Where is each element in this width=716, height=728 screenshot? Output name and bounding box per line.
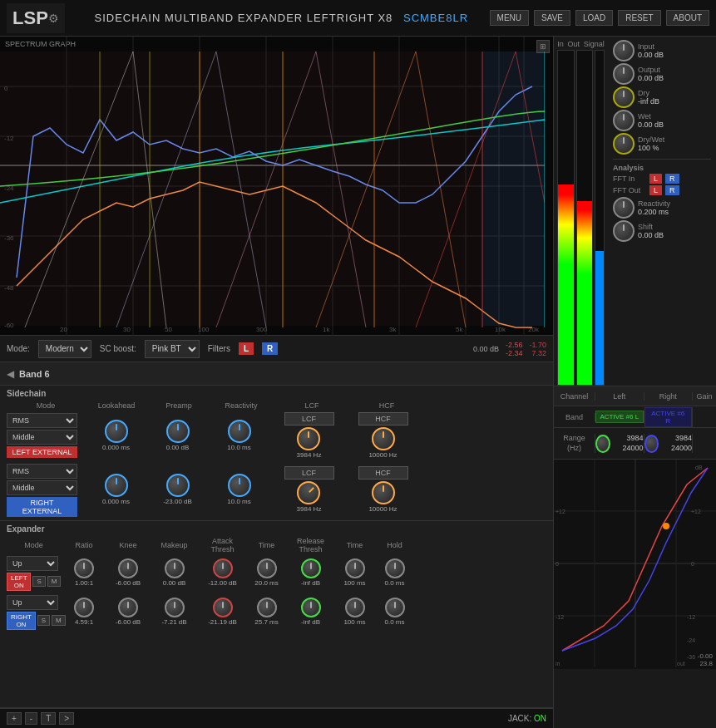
sc-row1-mode1-select[interactable]: RMS bbox=[7, 413, 77, 428]
sc-row2-lcf-button[interactable]: LCF bbox=[284, 466, 334, 480]
sc-row1-hcf-button[interactable]: HCF bbox=[358, 412, 408, 425]
level-readout-1: -2.56 -2.34 bbox=[506, 341, 523, 357]
header-buttons: MENU SAVE LOAD RESET ABOUT bbox=[490, 10, 709, 26]
input-knob[interactable] bbox=[613, 40, 635, 61]
output-knob[interactable] bbox=[613, 63, 635, 85]
sc-row1-preamp-knob[interactable] bbox=[166, 420, 190, 443]
add-band-button[interactable]: + bbox=[7, 712, 22, 725]
reactivity-val: 0.200 ms bbox=[638, 208, 670, 216]
exp-row1-knee-knob[interactable] bbox=[118, 558, 138, 578]
active-band-l-button[interactable]: ACTIVE #6 L bbox=[595, 411, 644, 423]
sc-row2-mode2-select[interactable]: Middle bbox=[7, 480, 77, 495]
signal-meter-bar bbox=[595, 251, 604, 385]
sc-row2-reactivity-knob[interactable] bbox=[228, 474, 251, 497]
shift-knob[interactable] bbox=[613, 220, 635, 242]
sc-row2-hcf-knob[interactable] bbox=[372, 481, 395, 504]
fft-in-r-button[interactable]: R bbox=[665, 174, 679, 184]
right-panel: In Out Signal bbox=[553, 37, 716, 728]
save-button[interactable]: SAVE bbox=[534, 10, 570, 26]
range-r-knob[interactable] bbox=[644, 435, 659, 453]
about-button[interactable]: ABOUT bbox=[666, 10, 709, 26]
sc-row2-lcf-knob[interactable] bbox=[293, 476, 326, 509]
sc-row1-lookahead-knob[interactable] bbox=[105, 420, 128, 443]
filter-l-button[interactable]: L bbox=[239, 342, 254, 355]
exp-row2-release-thresh-knob-wrap: -inf dB bbox=[288, 598, 333, 627]
sc-row1-lcf-knob[interactable] bbox=[297, 427, 320, 450]
exp-row1-release-thresh-knob[interactable] bbox=[301, 558, 321, 578]
sc-row2-hcf-button[interactable]: HCF bbox=[358, 466, 408, 480]
exp-row2-makeup-knob[interactable] bbox=[165, 598, 185, 617]
exp-row2-hold-knob[interactable] bbox=[385, 598, 405, 617]
fft-out-l-button[interactable]: L bbox=[649, 185, 662, 195]
sc-row2-mode1-select[interactable]: RMS bbox=[7, 464, 77, 479]
exp-row1-attack-thresh-knob-wrap: -12.00 dB bbox=[200, 558, 245, 588]
exp-row2-s-button[interactable]: S bbox=[37, 615, 50, 626]
svg-text:0: 0 bbox=[556, 561, 559, 567]
exp-row1-attack-time-knob[interactable] bbox=[257, 558, 277, 578]
reset-button[interactable]: RESET bbox=[618, 10, 660, 26]
remove-band-button[interactable]: - bbox=[25, 712, 37, 725]
svg-text:-12: -12 bbox=[687, 614, 695, 620]
sc-row1-ext-button[interactable]: LEFT EXTERNAL bbox=[7, 446, 77, 458]
fft-in-l-button[interactable]: L bbox=[649, 174, 662, 184]
band-prev-button[interactable]: ◀ bbox=[7, 368, 14, 380]
reactivity-knob[interactable] bbox=[613, 197, 635, 219]
exp-row2-ratio-knob[interactable] bbox=[74, 598, 94, 617]
range-l-knob[interactable] bbox=[595, 435, 610, 453]
mode-select[interactable]: Modern bbox=[38, 340, 91, 358]
active-band-r-button[interactable]: ACTIVE #6 R bbox=[644, 407, 693, 427]
drywet-knob[interactable] bbox=[613, 133, 635, 155]
exp-row1-attack-thresh-knob[interactable] bbox=[213, 558, 233, 578]
exp-row2-mode-select[interactable]: Up bbox=[7, 595, 58, 610]
sc-row2-preamp-knob[interactable] bbox=[166, 474, 190, 497]
exp-row1-m-button[interactable]: M bbox=[47, 576, 62, 587]
wet-val: 0.00 dB bbox=[638, 121, 664, 129]
exp-row1-hold-knob-wrap: 0.0 ms bbox=[376, 558, 413, 588]
filter-r-button[interactable]: R bbox=[262, 342, 278, 355]
exp-row1-led-button[interactable]: LEFT ON bbox=[7, 573, 31, 591]
exp-row2-knee-knob[interactable] bbox=[118, 598, 138, 617]
sc-row1-hcf-knob-wrap: 10000 Hz bbox=[368, 427, 397, 460]
exp-row1-mode-select[interactable]: Up bbox=[7, 556, 58, 571]
sc-row1-lcf-button[interactable]: LCF bbox=[284, 412, 334, 425]
exp-row2-knee-knob-wrap: -6.00 dB bbox=[107, 598, 149, 627]
exp-row2-attack-thresh-knob[interactable] bbox=[213, 598, 233, 617]
move-right-button[interactable]: > bbox=[59, 712, 74, 725]
exp-row1-release-time-knob[interactable] bbox=[345, 558, 365, 578]
load-button[interactable]: LOAD bbox=[575, 10, 613, 26]
exp-row1-hold-knob[interactable] bbox=[385, 558, 405, 578]
sc-row1-reactivity-val: 10.0 ms bbox=[227, 444, 250, 452]
exp-row2-hold-knob-wrap: 0.0 ms bbox=[376, 598, 413, 627]
range-left-col: 3984 24000 bbox=[595, 434, 644, 453]
sc-row2-lookahead-knob[interactable] bbox=[105, 474, 128, 497]
sc-row1-hcf-knob[interactable] bbox=[372, 427, 395, 450]
exp-row2-release-time-knob[interactable] bbox=[345, 598, 365, 617]
sc-row1-reactivity-knob[interactable] bbox=[228, 420, 251, 443]
exp-row1-ratio-knob[interactable] bbox=[74, 558, 94, 578]
sc-row2-ext-button[interactable]: RIGHT EXTERNAL bbox=[7, 497, 77, 517]
sc-boost-select[interactable]: Pink BT bbox=[145, 340, 200, 358]
dry-knob[interactable] bbox=[613, 86, 635, 108]
fft-out-r-button[interactable]: R bbox=[665, 185, 679, 195]
exp-row1-s-button[interactable]: S bbox=[32, 576, 45, 587]
spectrum-graph: SPECTRUM GRAPH ⊞ bbox=[0, 37, 553, 336]
exp-row1-makeup-knob[interactable] bbox=[165, 558, 185, 578]
exp-row2-attack-thresh-val: -21.19 dB bbox=[208, 618, 237, 627]
active-r-col: ACTIVE #6 R bbox=[644, 407, 694, 427]
sc-header-lookahead: Lookahead bbox=[83, 401, 150, 410]
wet-knob[interactable] bbox=[613, 110, 635, 131]
signal-meter bbox=[595, 50, 605, 386]
exp-row2-release-thresh-knob[interactable] bbox=[301, 598, 321, 617]
exp-row2-led-button[interactable]: RIGHT ON bbox=[7, 612, 36, 630]
svg-text:20: 20 bbox=[60, 326, 67, 333]
svg-text:out: out bbox=[677, 661, 685, 667]
exp-row1-ratio-knob-wrap: 1.00:1 bbox=[63, 558, 105, 588]
tools-button[interactable]: T bbox=[41, 712, 56, 725]
svg-text:50: 50 bbox=[165, 326, 172, 333]
sc-row1-mode2-select[interactable]: Middle bbox=[7, 430, 77, 445]
sc-row2-preamp-knob-wrap: -23.00 dB bbox=[151, 474, 205, 506]
exp-row2-attack-time-knob[interactable] bbox=[257, 598, 277, 617]
sc-header-preamp: Preamp bbox=[150, 401, 208, 410]
band-name: Band 6 bbox=[19, 369, 50, 379]
menu-button[interactable]: MENU bbox=[490, 10, 529, 26]
